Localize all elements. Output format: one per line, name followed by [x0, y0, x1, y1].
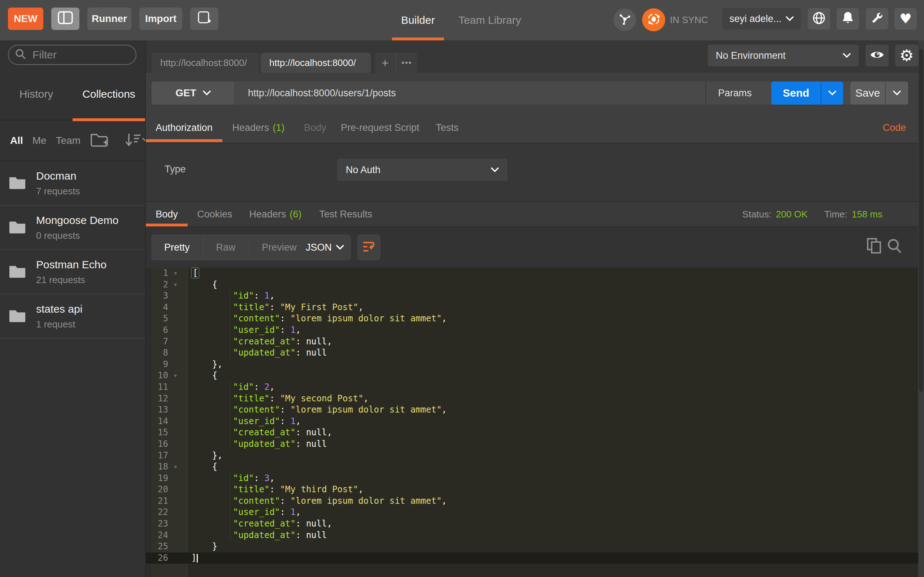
auth-type-label: Type [165, 164, 186, 175]
tab-test-results[interactable]: Test Results [317, 202, 375, 226]
collection-item-states-api[interactable]: states api 1 request [0, 294, 145, 338]
code-line[interactable]: 20 "title": "My third Post", [146, 484, 924, 495]
environment-preview-button[interactable] [866, 45, 888, 66]
code-line[interactable]: 25 } [146, 541, 924, 553]
filter-all[interactable]: All [10, 135, 23, 147]
headers-count-badge: (1) [273, 122, 285, 134]
tab-response-body[interactable]: Body [146, 202, 188, 226]
code-line[interactable]: 9 }, [146, 359, 924, 371]
import-button[interactable]: Import [139, 8, 182, 30]
new-button[interactable]: NEW [8, 8, 43, 30]
code-line[interactable]: 26] [146, 553, 924, 564]
sidebar-toggle-button[interactable] [51, 8, 79, 30]
code-line[interactable]: 15 "created_at": null, [146, 427, 924, 438]
code-link[interactable]: Code [882, 113, 906, 142]
user-menu-button[interactable]: seyi adele... [722, 8, 801, 29]
method-select[interactable]: GET [152, 82, 234, 105]
sort-button[interactable] [124, 132, 148, 149]
fold-toggle-icon[interactable]: ▾ [168, 461, 183, 473]
code-line[interactable]: 14 "user_id": 1, [146, 416, 924, 427]
collection-item-docman[interactable]: Docman 7 requests [0, 161, 145, 206]
code-line[interactable]: 13 "content": "lorem ipsum dolor sit amm… [146, 404, 924, 416]
fold-spacer [168, 359, 183, 371]
view-pretty-button[interactable]: Pretty [151, 234, 203, 260]
sync-button[interactable] [642, 8, 665, 31]
request-tab-2-active[interactable]: http://localhost:8000/ [261, 53, 371, 73]
response-language-select[interactable]: JSON [299, 234, 351, 260]
tab-collections[interactable]: Collections [73, 68, 145, 121]
code-line[interactable]: 6 "user_id": 1, [146, 324, 924, 336]
save-options-button[interactable] [885, 82, 908, 105]
code-line[interactable]: 2▾ { [146, 279, 924, 291]
support-button[interactable] [866, 8, 888, 29]
environment-select[interactable]: No Environment [708, 45, 859, 66]
tab-response-headers[interactable]: Headers (6) [245, 202, 306, 226]
search-response-button[interactable] [887, 237, 902, 255]
filter-me[interactable]: Me [32, 135, 47, 147]
tab-builder[interactable]: Builder [392, 0, 444, 40]
new-window-button[interactable] [190, 8, 218, 30]
line-number: 6 [146, 324, 168, 336]
tab-pre-request-script[interactable]: Pre-request Script [339, 113, 422, 142]
tab-body[interactable]: Body [299, 113, 331, 142]
layout-toggle-icon [58, 11, 73, 27]
params-button[interactable]: Params [705, 82, 764, 105]
request-tab-1[interactable]: http://localhost:8000/ [152, 53, 259, 73]
send-button[interactable]: Send [771, 82, 821, 105]
settings-button[interactable]: ⚙ [895, 45, 918, 66]
filter-team[interactable]: Team [56, 135, 81, 147]
more-tabs-button[interactable]: ••• [396, 53, 417, 73]
fold-toggle-icon[interactable]: ▾ [168, 279, 183, 291]
copy-response-button[interactable] [866, 237, 882, 255]
collection-name: Docman [36, 170, 76, 182]
code-line[interactable]: 3 "id": 1, [146, 290, 924, 302]
code-line[interactable]: 19 "id": 3, [146, 473, 924, 484]
collection-item-postman-echo[interactable]: Postman Echo 21 requests [0, 250, 145, 294]
tab-tests[interactable]: Tests [431, 113, 464, 142]
code-line[interactable]: 24 "updated_at": null [146, 530, 924, 541]
code-line[interactable]: 17 }, [146, 450, 924, 462]
new-folder-button[interactable] [90, 132, 109, 149]
fold-spacer [168, 324, 183, 336]
request-tab-url: http://localhost:8000/ [160, 57, 247, 69]
indent-guide [230, 530, 230, 541]
tab-history[interactable]: History [0, 68, 73, 121]
notifications-button[interactable] [837, 8, 859, 29]
code-line[interactable]: 18▾ { [146, 461, 924, 473]
tab-cookies[interactable]: Cookies [191, 202, 238, 226]
code-line[interactable]: 12 "title": "My second Post", [146, 393, 924, 405]
save-button[interactable]: Save [850, 82, 885, 105]
runner-button[interactable]: Runner [87, 8, 131, 30]
code-line[interactable]: 5 "content": "lorem ipsum dolor sit amme… [146, 313, 924, 324]
code-line[interactable]: 1▾[ [146, 268, 924, 279]
main-scrollbar[interactable] [918, 40, 924, 577]
fold-toggle-icon[interactable]: ▾ [168, 370, 183, 382]
code-line[interactable]: 4 "title": "My First Post", [146, 302, 924, 313]
response-body-editor[interactable]: 1▾[2▾ {3 "id": 1,4 "title": "My First Po… [146, 268, 924, 577]
search-icon [15, 49, 26, 61]
tab-authorization[interactable]: Authorization [146, 113, 222, 142]
community-button[interactable] [808, 8, 830, 29]
wrap-text-button[interactable] [357, 234, 380, 260]
favorites-button[interactable]: ♥ [894, 8, 917, 29]
code-line[interactable]: 7 "created_at": null, [146, 336, 924, 348]
tab-team-library[interactable]: Team Library [452, 0, 528, 40]
code-line[interactable]: 16 "updated_at": null [146, 438, 924, 450]
collection-item-mongoose-demo[interactable]: Mongoose Demo 0 requests [0, 206, 145, 250]
line-number: 21 [146, 495, 168, 507]
new-tab-button[interactable]: + [375, 53, 396, 73]
scrollbar-thumb[interactable] [919, 49, 923, 392]
code-line[interactable]: 22 "user_id": 1, [146, 507, 924, 518]
code-line[interactable]: 23 "created_at": null, [146, 518, 924, 530]
code-line[interactable]: 8 "updated_at": null [146, 347, 924, 359]
view-raw-button[interactable]: Raw [203, 234, 249, 260]
interceptor-button[interactable] [614, 9, 636, 31]
code-line[interactable]: 10▾ { [146, 370, 924, 382]
send-options-button[interactable] [821, 82, 843, 105]
line-number: 9 [146, 359, 168, 371]
code-line[interactable]: 21 "content": "lorem ipsum dolor sit amm… [146, 495, 924, 507]
auth-type-select[interactable]: No Auth [337, 159, 507, 181]
fold-toggle-icon[interactable]: ▾ [168, 268, 183, 279]
tab-headers[interactable]: Headers (1) [226, 113, 291, 142]
code-line[interactable]: 11 "id": 2, [146, 382, 924, 393]
